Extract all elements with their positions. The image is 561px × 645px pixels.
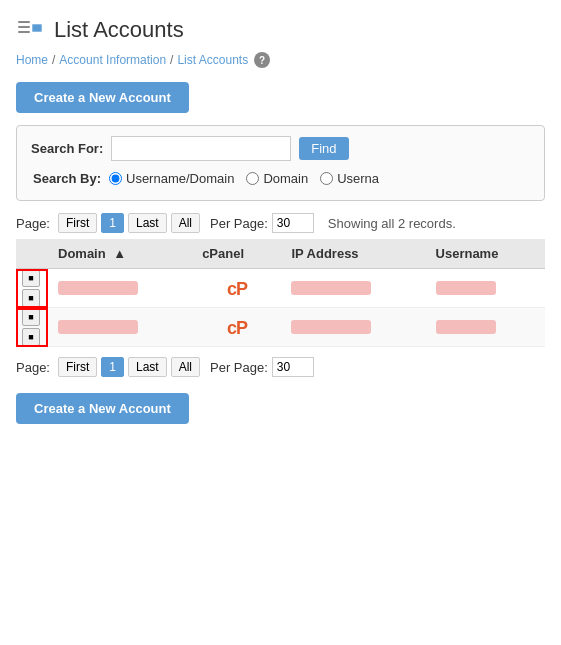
pagination-bottom: Page: First 1 Last All Per Page:	[16, 357, 545, 377]
search-for-row: Search For: Find	[31, 136, 530, 161]
domain-cell-1	[48, 269, 192, 308]
cpanel-cell-2: c P	[192, 308, 281, 347]
per-page-input-top[interactable]	[272, 213, 314, 233]
all-btn-top[interactable]: All	[171, 213, 200, 233]
search-by-label: Search By:	[31, 171, 101, 186]
cpanel-icon-2[interactable]: c P	[202, 316, 271, 338]
radio-group: Username/Domain Domain Userna	[109, 171, 379, 186]
ip-cell-1	[281, 269, 425, 308]
search-for-label: Search For:	[31, 141, 103, 156]
row-actions-2: ■ ■	[22, 308, 42, 346]
breadcrumb-home[interactable]: Home	[16, 53, 48, 67]
sort-arrow-domain: ▲	[113, 246, 126, 261]
search-input[interactable]	[111, 136, 291, 161]
svg-rect-2	[18, 31, 30, 33]
page-icon-group	[16, 16, 44, 44]
cpanel-logo-1: c P	[226, 277, 248, 299]
svg-text:P: P	[236, 318, 248, 338]
per-page-label-bottom: Per Page:	[210, 360, 268, 375]
username-cell-1	[426, 269, 545, 308]
per-page-input-bottom[interactable]	[272, 357, 314, 377]
th-ip: IP Address	[281, 239, 425, 269]
radio-username-label: Userna	[337, 171, 379, 186]
page-header: List Accounts	[16, 16, 545, 44]
accounts-table: Domain ▲ cPanel IP Address Username ■ ■	[16, 239, 545, 347]
breadcrumb-sep-2: /	[170, 53, 173, 67]
per-page-label-top: Per Page:	[210, 216, 268, 231]
search-box: Search For: Find Search By: Username/Dom…	[16, 125, 545, 201]
ip-cell-2	[281, 308, 425, 347]
radio-username: Userna	[320, 171, 379, 186]
row-actions-cell-1: ■ ■	[16, 269, 48, 308]
domain-value-1	[58, 281, 138, 295]
action-btn-2b[interactable]: ■	[22, 328, 40, 346]
radio-domain: Domain	[246, 171, 308, 186]
all-btn-bottom[interactable]: All	[171, 357, 200, 377]
breadcrumb-account-info[interactable]: Account Information	[59, 53, 166, 67]
last-btn-bottom[interactable]: Last	[128, 357, 167, 377]
row-actions-1: ■ ■	[22, 269, 42, 307]
radio-username-input[interactable]	[320, 172, 333, 185]
svg-rect-4	[33, 25, 41, 31]
current-page-bottom[interactable]: 1	[101, 357, 124, 377]
table-header-row: Domain ▲ cPanel IP Address Username	[16, 239, 545, 269]
radio-username-domain: Username/Domain	[109, 171, 234, 186]
action-btn-1a[interactable]: ■	[22, 269, 40, 287]
page-label-bottom: Page:	[16, 360, 50, 375]
pagination-top: Page: First 1 Last All Per Page: Showing…	[16, 213, 545, 233]
help-icon[interactable]: ?	[254, 52, 270, 68]
svg-text:P: P	[236, 279, 248, 299]
create-account-button-top[interactable]: Create a New Account	[16, 82, 189, 113]
ip-value-2	[291, 320, 371, 334]
breadcrumb-sep-1: /	[52, 53, 55, 67]
svg-rect-1	[18, 26, 30, 28]
th-username: Username	[426, 239, 545, 269]
create-account-button-bottom[interactable]: Create a New Account	[16, 393, 189, 424]
first-btn-top[interactable]: First	[58, 213, 97, 233]
domain-value-2	[58, 320, 138, 334]
search-by-row: Search By: Username/Domain Domain Userna	[31, 171, 530, 186]
first-btn-bottom[interactable]: First	[58, 357, 97, 377]
radio-username-domain-label: Username/Domain	[126, 171, 234, 186]
table-row: ■ ■ c P	[16, 308, 545, 347]
radio-username-domain-input[interactable]	[109, 172, 122, 185]
current-page-top[interactable]: 1	[101, 213, 124, 233]
breadcrumb-current: List Accounts	[177, 53, 248, 67]
cpanel-icon-1[interactable]: c P	[202, 277, 271, 299]
radio-domain-label: Domain	[263, 171, 308, 186]
th-actions	[16, 239, 48, 269]
find-button[interactable]: Find	[299, 137, 348, 160]
action-btn-2a[interactable]: ■	[22, 308, 40, 326]
page-title: List Accounts	[54, 17, 184, 43]
breadcrumb: Home / Account Information / List Accoun…	[16, 52, 545, 68]
username-value-1	[436, 281, 496, 295]
action-btn-1b[interactable]: ■	[22, 289, 40, 307]
radio-domain-input[interactable]	[246, 172, 259, 185]
cpanel-cell-1: c P	[192, 269, 281, 308]
showing-text: Showing all 2 records.	[328, 216, 456, 231]
th-domain[interactable]: Domain ▲	[48, 239, 192, 269]
ip-value-1	[291, 281, 371, 295]
last-btn-top[interactable]: Last	[128, 213, 167, 233]
username-value-2	[436, 320, 496, 334]
page-label-top: Page:	[16, 216, 50, 231]
table-row: ■ ■ c P	[16, 269, 545, 308]
row-actions-cell-2: ■ ■	[16, 308, 48, 347]
list-accounts-icon	[16, 16, 44, 44]
svg-rect-0	[18, 21, 30, 23]
th-cpanel: cPanel	[192, 239, 281, 269]
domain-cell-2	[48, 308, 192, 347]
cpanel-logo-2: c P	[226, 316, 248, 338]
username-cell-2	[426, 308, 545, 347]
